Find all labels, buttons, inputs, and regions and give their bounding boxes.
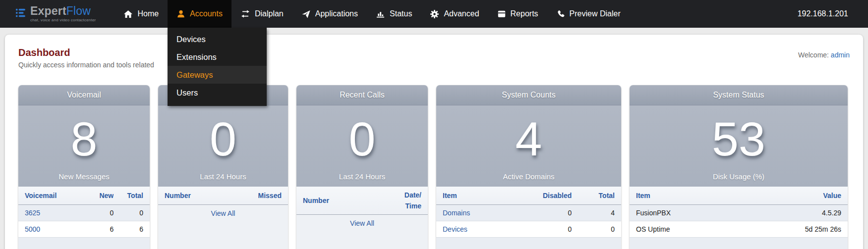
missed-calls-count: 0 xyxy=(210,105,236,172)
table-row: 5000 6 6 xyxy=(18,221,150,238)
table-header-row: Item Disabled Total xyxy=(436,187,621,205)
recent-calls-count: 0 xyxy=(349,105,376,172)
view-all-link[interactable]: View All xyxy=(211,209,235,217)
brand-tagline: chat, voice and video contactcenter xyxy=(30,18,96,22)
nav-label: Applications xyxy=(315,9,358,18)
welcome-text: Welcome: admin xyxy=(798,51,850,59)
voicemail-box-link[interactable]: 5000 xyxy=(25,225,40,233)
welcome-user-link[interactable]: admin xyxy=(831,51,850,59)
disk-usage-count: 53 xyxy=(712,105,765,172)
table-row: Devices 0 0 xyxy=(436,221,621,238)
nav-item-reports[interactable]: Reports xyxy=(488,0,547,28)
menu-item-gateways[interactable]: Gateways xyxy=(168,66,267,84)
card-missed-calls: Missed Calls 0 Last 24 Hours Number Miss… xyxy=(158,85,288,249)
card-title: System Status xyxy=(630,85,848,105)
voicemail-count: 8 xyxy=(71,105,98,172)
page-subtitle: Quickly access information and tools rel… xyxy=(18,61,154,69)
devices-link[interactable]: Devices xyxy=(443,225,467,233)
nav-item-preview-dialer[interactable]: Preview Dialer xyxy=(547,0,630,28)
system-counts-table: Item Disabled Total Domains 0 4 Devices … xyxy=(436,187,621,249)
menu-item-users[interactable]: Users xyxy=(168,84,267,101)
view-all-link[interactable]: View All xyxy=(350,219,374,227)
gear-icon xyxy=(430,9,439,19)
nav-item-dialplan[interactable]: Dialplan xyxy=(231,0,292,28)
nav-item-advanced[interactable]: Advanced xyxy=(421,0,488,28)
nav-item-accounts[interactable]: Accounts Devices Extensions Gateways Use… xyxy=(168,0,231,28)
card-caption: New Messages xyxy=(58,172,110,187)
menu-item-devices[interactable]: Devices xyxy=(168,30,267,48)
card-title: Recent Calls xyxy=(296,85,428,105)
table-row: Domains 0 4 xyxy=(436,205,621,221)
card-title: System Counts xyxy=(436,85,621,105)
card-caption: Last 24 Hours xyxy=(339,172,385,187)
dashboard-cards: Voicemail 8 New Messages Voicemail New T… xyxy=(18,85,850,249)
nav-label: Status xyxy=(390,9,412,18)
table-header-row: Item Value xyxy=(630,187,848,205)
server-ip: 192.168.1.201 xyxy=(798,0,848,28)
card-caption: Active Domains xyxy=(503,172,554,187)
top-navbar: ExpertFlow chat, voice and video contact… xyxy=(0,0,868,28)
phone-icon xyxy=(556,9,565,18)
domains-link[interactable]: Domains xyxy=(443,209,470,217)
card-system-status: System Status 53 Disk Usage (%) Item Val… xyxy=(630,85,848,249)
missed-calls-table: Number Missed View All xyxy=(158,187,288,249)
swap-arrows-icon xyxy=(240,9,250,19)
page-title: Dashboard xyxy=(18,47,154,58)
nav-label: Preview Dialer xyxy=(570,9,621,18)
dashboard-panel: Dashboard Quickly access information and… xyxy=(5,35,863,249)
expertflow-logo-icon xyxy=(16,7,27,20)
table-row: FusionPBX 4.5.29 xyxy=(630,205,848,221)
nav-label: Advanced xyxy=(444,9,479,18)
menu-item-extensions[interactable]: Extensions xyxy=(168,48,267,66)
card-system-counts: System Counts 4 Active Domains Item Disa… xyxy=(436,85,621,249)
nav-item-applications[interactable]: Applications xyxy=(292,0,367,28)
person-icon xyxy=(176,9,185,18)
table-header-row: Number Date/ Time xyxy=(296,187,428,215)
card-recent-calls: Recent Calls 0 Last 24 Hours Number Date… xyxy=(296,85,428,249)
nav-label: Accounts xyxy=(190,9,223,18)
nav-label: Home xyxy=(137,9,159,18)
system-status-table: Item Value FusionPBX 4.5.29 OS Uptime 5d… xyxy=(630,187,848,249)
card-caption: Last 24 Hours xyxy=(200,172,246,187)
card-voicemail: Voicemail 8 New Messages Voicemail New T… xyxy=(18,85,150,249)
table-header-row: Number Missed xyxy=(158,187,288,205)
table-header-row: Voicemail New Total xyxy=(18,187,150,205)
table-row: 3625 0 0 xyxy=(18,205,150,221)
nav-label: Dialplan xyxy=(255,9,284,18)
voicemail-box-link[interactable]: 3625 xyxy=(25,209,40,217)
card-caption: Disk Usage (%) xyxy=(713,172,764,187)
brand-name: ExpertFlow xyxy=(30,5,96,17)
home-icon xyxy=(123,9,133,19)
recent-calls-table: Number Date/ Time View All xyxy=(296,187,428,249)
journal-icon xyxy=(497,9,506,18)
paper-plane-icon xyxy=(301,9,311,19)
table-row: OS Uptime 5d 25m 26s xyxy=(630,221,848,238)
main-menu: Home Accounts Devices Extensions Gateway… xyxy=(115,0,629,28)
bar-chart-icon xyxy=(376,9,385,19)
card-title: Voicemail xyxy=(18,85,150,105)
active-domains-count: 4 xyxy=(516,105,542,172)
accounts-dropdown-menu: Devices Extensions Gateways Users xyxy=(168,28,267,106)
nav-item-status[interactable]: Status xyxy=(367,0,421,28)
panel-header: Dashboard Quickly access information and… xyxy=(18,35,850,69)
nav-item-home[interactable]: Home xyxy=(115,0,168,28)
voicemail-table: Voicemail New Total 3625 0 0 5000 6 6 xyxy=(18,187,150,249)
brand-logo[interactable]: ExpertFlow chat, voice and video contact… xyxy=(16,0,96,28)
nav-label: Reports xyxy=(511,9,538,18)
